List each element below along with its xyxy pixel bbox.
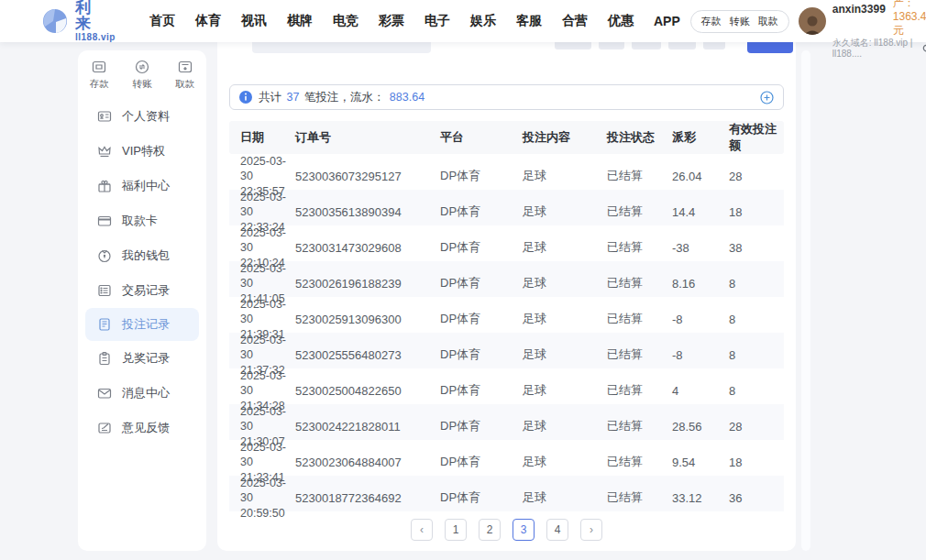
sidebar-item-messages[interactable]: 消息中心 [78, 376, 206, 411]
cell-valid: 8 [729, 277, 784, 291]
cell-status: 已结算 [607, 275, 672, 291]
cell-platform: DP体育 [440, 311, 523, 327]
nav-item-partner[interactable]: 合营 [552, 13, 598, 29]
cell-content: 足球 [523, 382, 607, 399]
content-scrollbar[interactable] [801, 50, 810, 551]
cell-status: 已结算 [607, 168, 672, 184]
logo-title: 利来 [75, 0, 116, 31]
sidebar-withdraw-button[interactable]: 取款 [163, 59, 206, 91]
cell-valid: 28 [729, 170, 784, 183]
cell-valid: 18 [729, 456, 784, 469]
cell-status: 已结算 [607, 346, 672, 363]
nav-item-promo[interactable]: 优惠 [598, 13, 644, 29]
table-row: 2025-03-3022:35:57 5230036073295127 DP体育… [229, 154, 784, 190]
withdraw-link[interactable]: 取款 [758, 15, 778, 28]
col-payout: 派彩 [672, 129, 729, 146]
cell-platform: DP体育 [440, 346, 523, 363]
sidebar-item-withdraw-card[interactable]: 取款卡 [78, 203, 206, 238]
cell-content: 足球 [523, 311, 607, 327]
cell-date: 2025-03-3020:59:50 [240, 476, 295, 521]
id-card-icon [97, 109, 112, 124]
sidebar-item-vip[interactable]: VIP特权 [78, 134, 206, 169]
cell-order: 5230023064884007 [295, 456, 440, 469]
user-avatar[interactable] [799, 7, 826, 35]
transaction-list-icon [97, 283, 112, 298]
summary-text: 共计 37 笔投注，流水： 883.64 [259, 90, 426, 105]
table-body: 2025-03-3022:35:57 5230036073295127 DP体育… [229, 154, 784, 511]
cell-valid: 36 [729, 491, 784, 505]
prev-page-button[interactable]: ‹ [411, 519, 433, 541]
nav-item-home[interactable]: 首页 [139, 13, 185, 29]
bet-count: 37 [284, 91, 301, 104]
cell-platform: DP体育 [440, 418, 523, 434]
cell-content: 足球 [523, 489, 607, 506]
page-button-1[interactable]: 1 [445, 519, 467, 541]
nav-item-lottery[interactable]: 彩票 [369, 13, 414, 29]
cell-content: 足球 [523, 346, 607, 363]
cell-platform: DP体育 [440, 382, 523, 399]
cell-content: 足球 [523, 168, 607, 184]
nav-item-app[interactable]: APP [644, 14, 690, 28]
page: 利来 ll188.vip 首页 体育 视讯 棋牌 电竞 彩票 电子 娱乐 客服 … [0, 0, 926, 560]
nav-item-live[interactable]: 视讯 [231, 13, 277, 29]
sidebar-deposit-button[interactable]: 存款 [78, 59, 121, 91]
cell-order: 5230025913096300 [295, 313, 440, 326]
cell-status: 已结算 [607, 203, 672, 220]
cell-payout: -38 [672, 241, 729, 255]
cell-content: 足球 [523, 454, 607, 470]
expand-plus-icon[interactable] [760, 91, 774, 104]
search-icon[interactable] [922, 44, 926, 54]
cell-status: 已结算 [607, 382, 672, 399]
main-nav: 首页 体育 视讯 棋牌 电竞 彩票 电子 娱乐 客服 合营 优惠 APP [139, 13, 690, 29]
sidebar-item-profile[interactable]: 个人资料 [78, 99, 206, 134]
table-row: 2025-03-3020:59:50 5230018772364692 DP体育… [229, 476, 784, 511]
sidebar-item-transactions[interactable]: 交易记录 [78, 273, 206, 308]
nav-item-slots[interactable]: 电子 [414, 13, 460, 29]
col-platform: 平台 [440, 129, 523, 146]
cell-order: 5230035613890394 [295, 205, 440, 219]
deposit-link[interactable]: 存款 [701, 15, 722, 28]
bet-record-icon [97, 317, 112, 332]
table-row: 2025-03-3022:33:24 5230035613890394 DP体育… [229, 190, 784, 225]
nav-item-cards[interactable]: 棋牌 [277, 13, 323, 29]
cell-order: 5230025004822650 [295, 384, 440, 398]
page-button-3-active[interactable]: 3 [513, 519, 535, 541]
nav-item-entertainment[interactable]: 娱乐 [460, 13, 506, 29]
site-logo[interactable]: 利来 ll188.vip [41, 0, 116, 42]
cell-payout: 9.54 [672, 456, 729, 469]
sidebar-item-bet-records[interactable]: 投注记录 [85, 308, 199, 341]
sidebar-item-wallet[interactable]: 我的钱包 [78, 238, 206, 273]
nav-item-esports[interactable]: 电竞 [323, 13, 369, 29]
cell-content: 足球 [523, 203, 607, 220]
feedback-icon [97, 421, 112, 435]
sidebar-transfer-button[interactable]: 转账 [121, 59, 164, 91]
next-page-button[interactable]: › [580, 519, 602, 541]
sidebar-item-welfare[interactable]: 福利中心 [78, 169, 206, 203]
cell-payout: 14.4 [672, 205, 729, 219]
user-info[interactable]: anxin3399 总资产： 1363.49元 永久域名: ll188.vip … [832, 0, 926, 60]
cell-platform: DP体育 [440, 168, 523, 184]
cell-status: 已结算 [607, 311, 672, 327]
sidebar-item-feedback[interactable]: 意见反馈 [78, 411, 206, 445]
cell-valid: 38 [729, 241, 784, 255]
bet-records-table: 日期 订单号 平台 投注内容 投注状态 派彩 有效投注额 2025-03-302… [229, 121, 784, 511]
cell-platform: DP体育 [440, 203, 523, 220]
sidebar-item-prize-records[interactable]: 兑奖记录 [78, 341, 206, 376]
page-button-4[interactable]: 4 [546, 519, 568, 541]
table-row: 2025-03-3021:30:07 5230024221828011 DP体育… [229, 404, 784, 440]
nav-item-sports[interactable]: 体育 [185, 13, 231, 29]
bet-records-panel: 共计 37 笔投注，流水： 883.64 日期 订单号 平台 投注内容 投注状态… [217, 18, 796, 551]
nav-item-service[interactable]: 客服 [506, 13, 552, 29]
cell-payout: 33.12 [672, 491, 729, 505]
cell-order: 5230024221828011 [295, 420, 440, 434]
logo-swirl-icon [41, 7, 69, 35]
col-status: 投注状态 [607, 129, 672, 146]
cell-payout: 4 [672, 384, 729, 398]
withdraw-icon [177, 59, 193, 75]
page-button-2[interactable]: 2 [479, 519, 501, 541]
cell-status: 已结算 [607, 489, 672, 506]
cell-order: 5230026196188239 [295, 277, 440, 291]
top-header: 利来 ll188.vip 首页 体育 视讯 棋牌 电竞 彩票 电子 娱乐 客服 … [0, 0, 926, 42]
transfer-link[interactable]: 转账 [730, 15, 750, 28]
cell-platform: DP体育 [440, 489, 523, 506]
